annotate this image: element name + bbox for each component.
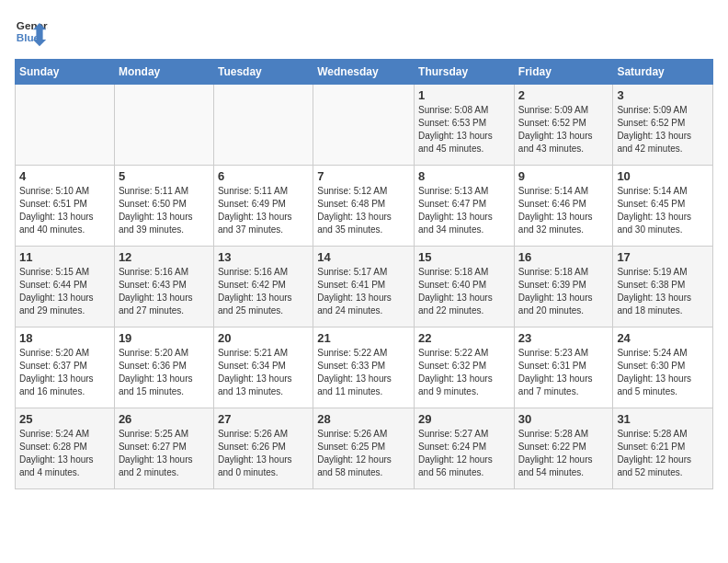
day-number: 29 — [418, 412, 510, 426]
calendar-cell — [313, 85, 415, 166]
weekday-header-saturday: Saturday — [613, 60, 713, 85]
day-info: Sunrise: 5:11 AM Sunset: 6:49 PM Dayligh… — [218, 185, 309, 236]
day-number: 7 — [317, 169, 410, 183]
day-info: Sunrise: 5:22 AM Sunset: 6:32 PM Dayligh… — [418, 347, 510, 398]
calendar-cell: 3Sunrise: 5:09 AM Sunset: 6:52 PM Daylig… — [613, 85, 713, 166]
day-number: 14 — [317, 250, 410, 264]
calendar-cell: 26Sunrise: 5:25 AM Sunset: 6:27 PM Dayli… — [114, 408, 213, 489]
day-number: 4 — [19, 169, 110, 183]
logo-icon: General Blue — [15, 15, 48, 48]
day-number: 22 — [418, 331, 510, 345]
calendar-cell: 27Sunrise: 5:26 AM Sunset: 6:26 PM Dayli… — [213, 408, 313, 489]
day-info: Sunrise: 5:18 AM Sunset: 6:40 PM Dayligh… — [418, 266, 510, 317]
calendar-cell: 13Sunrise: 5:16 AM Sunset: 6:42 PM Dayli… — [213, 247, 313, 327]
weekday-header-wednesday: Wednesday — [313, 60, 415, 85]
day-info: Sunrise: 5:24 AM Sunset: 6:28 PM Dayligh… — [19, 428, 110, 479]
day-info: Sunrise: 5:18 AM Sunset: 6:39 PM Dayligh… — [518, 266, 609, 317]
day-number: 13 — [218, 250, 309, 264]
calendar-cell: 23Sunrise: 5:23 AM Sunset: 6:31 PM Dayli… — [514, 327, 613, 408]
calendar-cell: 1Sunrise: 5:08 AM Sunset: 6:53 PM Daylig… — [415, 85, 515, 166]
calendar-cell: 2Sunrise: 5:09 AM Sunset: 6:52 PM Daylig… — [514, 85, 613, 166]
calendar-cell: 14Sunrise: 5:17 AM Sunset: 6:41 PM Dayli… — [313, 247, 415, 327]
day-number: 2 — [518, 88, 609, 102]
weekday-header-sunday: Sunday — [16, 60, 115, 85]
logo: General Blue — [15, 15, 48, 48]
calendar-cell: 4Sunrise: 5:10 AM Sunset: 6:51 PM Daylig… — [16, 166, 115, 247]
day-number: 1 — [418, 88, 510, 102]
calendar-cell: 17Sunrise: 5:19 AM Sunset: 6:38 PM Dayli… — [613, 247, 713, 327]
day-info: Sunrise: 5:21 AM Sunset: 6:34 PM Dayligh… — [218, 347, 309, 398]
day-number: 16 — [518, 250, 609, 264]
day-info: Sunrise: 5:12 AM Sunset: 6:48 PM Dayligh… — [317, 185, 410, 236]
day-number: 15 — [418, 250, 510, 264]
day-info: Sunrise: 5:26 AM Sunset: 6:26 PM Dayligh… — [218, 428, 309, 479]
day-info: Sunrise: 5:20 AM Sunset: 6:37 PM Dayligh… — [19, 347, 110, 398]
day-number: 30 — [518, 412, 609, 426]
calendar-cell: 18Sunrise: 5:20 AM Sunset: 6:37 PM Dayli… — [16, 327, 115, 408]
day-info: Sunrise: 5:11 AM Sunset: 6:50 PM Dayligh… — [119, 185, 210, 236]
day-info: Sunrise: 5:13 AM Sunset: 6:47 PM Dayligh… — [418, 185, 510, 236]
calendar-cell: 21Sunrise: 5:22 AM Sunset: 6:33 PM Dayli… — [313, 327, 415, 408]
calendar-cell — [114, 85, 213, 166]
day-number: 10 — [617, 169, 709, 183]
day-number: 24 — [617, 331, 709, 345]
calendar-cell: 15Sunrise: 5:18 AM Sunset: 6:40 PM Dayli… — [415, 247, 515, 327]
weekday-header-friday: Friday — [514, 60, 613, 85]
day-info: Sunrise: 5:17 AM Sunset: 6:41 PM Dayligh… — [317, 266, 410, 317]
day-number: 11 — [19, 250, 110, 264]
calendar-cell: 5Sunrise: 5:11 AM Sunset: 6:50 PM Daylig… — [114, 166, 213, 247]
day-number: 19 — [119, 331, 210, 345]
day-number: 3 — [617, 88, 709, 102]
page-header: General Blue — [15, 15, 713, 48]
day-info: Sunrise: 5:25 AM Sunset: 6:27 PM Dayligh… — [119, 428, 210, 479]
calendar-cell: 16Sunrise: 5:18 AM Sunset: 6:39 PM Dayli… — [514, 247, 613, 327]
calendar-cell: 19Sunrise: 5:20 AM Sunset: 6:36 PM Dayli… — [114, 327, 213, 408]
day-info: Sunrise: 5:22 AM Sunset: 6:33 PM Dayligh… — [317, 347, 410, 398]
weekday-header-thursday: Thursday — [415, 60, 515, 85]
calendar-cell: 31Sunrise: 5:28 AM Sunset: 6:21 PM Dayli… — [613, 408, 713, 489]
day-info: Sunrise: 5:26 AM Sunset: 6:25 PM Dayligh… — [317, 428, 410, 479]
calendar-cell: 9Sunrise: 5:14 AM Sunset: 6:46 PM Daylig… — [514, 166, 613, 247]
calendar-cell: 20Sunrise: 5:21 AM Sunset: 6:34 PM Dayli… — [213, 327, 313, 408]
weekday-header-monday: Monday — [114, 60, 213, 85]
day-info: Sunrise: 5:10 AM Sunset: 6:51 PM Dayligh… — [19, 185, 110, 236]
weekday-header-tuesday: Tuesday — [213, 60, 313, 85]
day-number: 18 — [19, 331, 110, 345]
day-info: Sunrise: 5:24 AM Sunset: 6:30 PM Dayligh… — [617, 347, 709, 398]
day-info: Sunrise: 5:27 AM Sunset: 6:24 PM Dayligh… — [418, 428, 510, 479]
calendar-cell — [213, 85, 313, 166]
day-number: 31 — [617, 412, 709, 426]
day-number: 5 — [119, 169, 210, 183]
calendar-cell: 12Sunrise: 5:16 AM Sunset: 6:43 PM Dayli… — [114, 247, 213, 327]
day-info: Sunrise: 5:08 AM Sunset: 6:53 PM Dayligh… — [418, 104, 510, 155]
calendar-cell: 11Sunrise: 5:15 AM Sunset: 6:44 PM Dayli… — [16, 247, 115, 327]
svg-text:General: General — [17, 19, 48, 31]
day-info: Sunrise: 5:28 AM Sunset: 6:21 PM Dayligh… — [617, 428, 709, 479]
day-number: 20 — [218, 331, 309, 345]
day-number: 8 — [418, 169, 510, 183]
day-info: Sunrise: 5:09 AM Sunset: 6:52 PM Dayligh… — [617, 104, 709, 155]
day-info: Sunrise: 5:28 AM Sunset: 6:22 PM Dayligh… — [518, 428, 609, 479]
day-number: 23 — [518, 331, 609, 345]
day-number: 25 — [19, 412, 110, 426]
day-info: Sunrise: 5:16 AM Sunset: 6:43 PM Dayligh… — [119, 266, 210, 317]
day-info: Sunrise: 5:23 AM Sunset: 6:31 PM Dayligh… — [518, 347, 609, 398]
day-number: 26 — [119, 412, 210, 426]
day-number: 21 — [317, 331, 410, 345]
day-info: Sunrise: 5:19 AM Sunset: 6:38 PM Dayligh… — [617, 266, 709, 317]
day-info: Sunrise: 5:16 AM Sunset: 6:42 PM Dayligh… — [218, 266, 309, 317]
calendar-cell: 8Sunrise: 5:13 AM Sunset: 6:47 PM Daylig… — [415, 166, 515, 247]
day-number: 27 — [218, 412, 309, 426]
calendar-cell: 25Sunrise: 5:24 AM Sunset: 6:28 PM Dayli… — [16, 408, 115, 489]
day-number: 6 — [218, 169, 309, 183]
day-info: Sunrise: 5:09 AM Sunset: 6:52 PM Dayligh… — [518, 104, 609, 155]
calendar-table: SundayMondayTuesdayWednesdayThursdayFrid… — [15, 59, 713, 489]
calendar-cell: 22Sunrise: 5:22 AM Sunset: 6:32 PM Dayli… — [415, 327, 515, 408]
day-info: Sunrise: 5:15 AM Sunset: 6:44 PM Dayligh… — [19, 266, 110, 317]
day-info: Sunrise: 5:14 AM Sunset: 6:46 PM Dayligh… — [518, 185, 609, 236]
day-number: 17 — [617, 250, 709, 264]
day-info: Sunrise: 5:20 AM Sunset: 6:36 PM Dayligh… — [119, 347, 210, 398]
calendar-cell: 7Sunrise: 5:12 AM Sunset: 6:48 PM Daylig… — [313, 166, 415, 247]
day-number: 9 — [518, 169, 609, 183]
day-number: 28 — [317, 412, 410, 426]
